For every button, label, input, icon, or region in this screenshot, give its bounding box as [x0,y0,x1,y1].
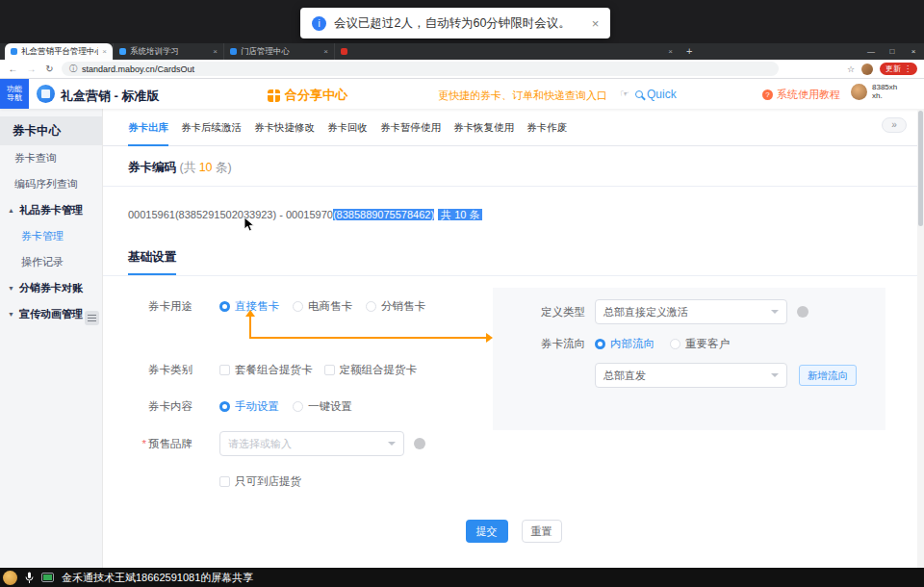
card-usage-label: 券卡用途 [120,299,192,314]
card-content-label: 券卡内容 [120,399,192,414]
sidebar-title: 券卡中心 [0,116,102,145]
microphone-icon[interactable] [25,572,34,584]
radio-key-customer[interactable]: 重要客户 [670,337,730,351]
window-minimize-icon[interactable]: — [860,43,882,60]
meeting-toast: i 会议已超过2人，自动转为60分钟限时会议。 × [300,8,610,38]
scrollbar-track[interactable] [917,109,924,568]
window-maximize-icon[interactable]: □ [882,43,903,60]
help-icon[interactable] [797,306,808,318]
app-logo [37,85,55,103]
browser-tab-4[interactable]: × [334,43,679,60]
count-suffix: 条) [213,161,232,174]
reset-button[interactable]: 重置 [522,520,562,543]
refresh-icon[interactable]: ↻ [43,64,56,74]
site-info-icon[interactable]: ⓘ [69,64,77,74]
url-field[interactable]: ⓘ standard.maboy.cn/CardsOut [62,62,779,76]
radio-internal-flow[interactable]: 内部流向 [595,337,654,351]
sidebar-item-code-seq-query[interactable]: 编码序列查询 [0,171,102,197]
radio-manual-setup-label: 手动设置 [235,399,279,414]
tab-card-void[interactable]: 券卡作废 [526,109,567,146]
radio-key-customer-label: 重要客户 [685,337,730,351]
radio-one-click-setup[interactable]: 一键设置 [293,399,352,414]
bookmark-star-icon[interactable]: ☆ [847,64,855,74]
browser-update-button[interactable]: 更新 ⋮ [880,63,917,75]
tab2-label: 系统培训学习 [130,46,179,58]
window-close-icon[interactable]: × [903,43,924,60]
user-account[interactable]: 8385xh xh. [851,83,897,100]
define-type-select[interactable]: 总部直接定义激活 [595,299,787,324]
checkbox-box [219,476,230,487]
code-range-selected: (8385889075578462) [333,209,434,220]
checkbox-store-pickup-only[interactable]: 只可到店提货 [219,474,301,489]
required-asterisk: * [142,438,146,449]
tab2-close-icon[interactable]: × [213,47,218,56]
sidebar-group-gift-card-mgmt[interactable]: ▲ 礼品券卡管理 [0,197,102,223]
browser-menu-icon: ⋮ [904,64,911,73]
update-label: 更新 [886,64,901,74]
annotation-arrow-horizontal [249,337,488,339]
card-category-row: 券卡类别 套餐组合提货卡 定额组合提货卡 [120,359,417,380]
system-tutorial-link[interactable]: ? 系统使用教程 [762,88,840,102]
tab3-close-icon[interactable]: × [323,47,328,56]
annotation-arrowhead-right [486,333,493,343]
presale-brand-select[interactable]: 请选择或输入 [219,431,404,456]
pointer-hand-icon: ☞ [620,88,629,100]
sidebar: 券卡中心 券卡查询 编码序列查询 ▲ 礼品券卡管理 券卡管理 操作记录 ▼ 分销… [0,109,103,568]
back-icon[interactable]: ← [7,64,19,74]
tab1-close-icon[interactable]: × [102,47,107,56]
chevron-down-icon [771,373,779,377]
browser-tab-1[interactable]: 礼盒营销平台管理中心 × [5,43,113,60]
share-center-link[interactable]: 合分享中心 [268,87,347,104]
count-number: 10 [199,161,213,174]
toast-close-icon[interactable]: × [592,16,600,31]
function-nav-line1: 功能 [0,85,29,93]
submit-button[interactable]: 提交 [466,520,508,543]
tab1-favicon [11,48,17,55]
tab2-favicon [119,48,126,55]
search-icon [635,90,643,98]
checkbox-fixed-amount-card[interactable]: 定额组合提货卡 [324,363,418,377]
card-codes-heading: 券卡编码 (共 10 条) [128,160,924,176]
tab-card-quick-edit[interactable]: 券卡快捷修改 [254,109,315,146]
browser-profile-avatar[interactable] [861,64,873,75]
user-name: 8385xh [872,83,897,91]
browser-tab-3[interactable]: 门店管理中心 × [223,43,334,60]
card-codes-title: 券卡编码 [128,161,176,174]
tab-card-pause[interactable]: 券卡暂停使用 [380,109,441,146]
radio-ecommerce-sale[interactable]: 电商售卡 [293,299,352,314]
tab-card-recycle[interactable]: 券卡回收 [327,109,368,146]
new-tab-button[interactable]: + [686,43,692,60]
radio-manual-setup[interactable]: 手动设置 [219,399,279,414]
browser-tab-2[interactable]: 系统培训学习 × [113,43,223,60]
sidebar-group-distribution[interactable]: ▼ 分销券卡对账 [0,275,102,301]
address-bar-actions: ☆ 更新 ⋮ [847,63,917,75]
basic-settings-form: 券卡用途 直接售卡 电商售卡 分销售卡 [103,276,924,565]
scrollbar-thumb[interactable] [918,111,923,226]
tutorial-label: 系统使用教程 [777,88,840,102]
radio-distribution-sale[interactable]: 分销售卡 [366,299,425,314]
sidebar-item-card-query[interactable]: 券卡查询 [0,145,102,171]
flow-select[interactable]: 总部直发 [595,363,787,388]
radio-one-click-setup-label: 一键设置 [308,399,352,414]
main-area: 券卡中心 券卡查询 编码序列查询 ▲ 礼品券卡管理 券卡管理 操作记录 ▼ 分销… [0,109,924,568]
help-icon[interactable] [414,438,425,449]
tab-card-outbound[interactable]: 券卡出库 [128,109,168,146]
add-flow-button[interactable]: 新增流向 [799,365,857,386]
sidebar-item-card-mgmt[interactable]: 券卡管理 [0,223,102,249]
store-pickup-row: 只可到店提货 [120,471,301,492]
tab-card-activate[interactable]: 券卡后续激活 [181,109,242,146]
screen-share-icon [41,573,54,582]
tab-card-resume[interactable]: 券卡恢复使用 [453,109,514,146]
checkbox-box [324,365,335,375]
sidebar-item-operation-log[interactable]: 操作记录 [0,249,102,275]
sidebar-collapse-handle[interactable] [85,311,99,325]
tab4-close-icon[interactable]: × [668,47,673,56]
gift-icon [268,89,280,102]
forward-icon[interactable]: → [25,64,38,74]
function-nav-button[interactable]: 功能 导航 [0,79,29,109]
annotation-arrow-vertical [249,317,251,339]
checkbox-combo-package-card[interactable]: 套餐组合提货卡 [219,363,313,377]
quick-search-button[interactable]: Quick [635,88,677,101]
panel-collapse-button[interactable]: » [882,117,907,133]
card-category-label: 券卡类别 [120,363,192,377]
